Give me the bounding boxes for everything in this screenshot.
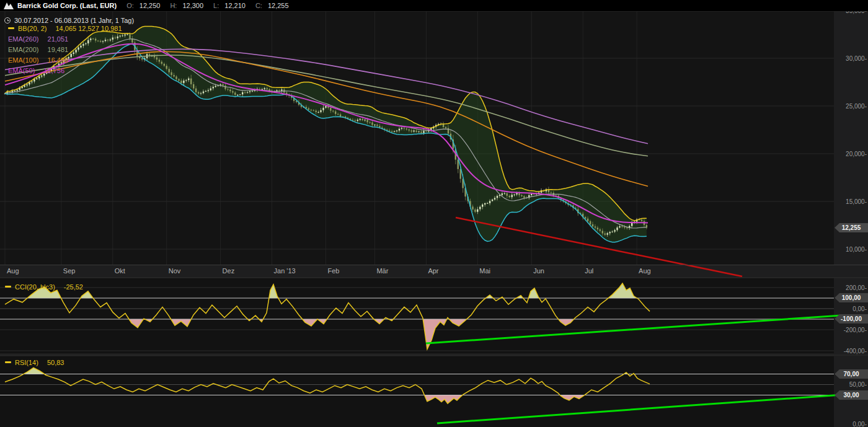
rsi-name: RSI(14): [15, 359, 38, 366]
x-tick-label: Aug: [7, 267, 19, 275]
x-tick-label: Mai: [479, 267, 490, 275]
rsi-dash-icon: [5, 361, 11, 363]
app-logo-icon: [4, 2, 14, 9]
open-value: 12,250: [140, 2, 161, 9]
y-tick-label: 15,000-: [846, 198, 867, 205]
cci-upper-badge: 100,00: [835, 293, 868, 302]
cci-y-tick-label: -400,00-: [844, 348, 867, 354]
cci-plot-bg[interactable]: [0, 278, 834, 353]
rsi-legend[interactable]: RSI(14) 50,83: [5, 357, 64, 368]
cci-y-tick-label: -200,00-: [844, 327, 867, 333]
y-tick-label: 30,000-: [846, 55, 867, 62]
x-tick-label: Feb: [327, 267, 339, 275]
legend-row-ema100[interactable]: EMA(100)16,498: [8, 55, 122, 65]
bb-label: BB(20, 2): [18, 25, 46, 32]
cci-dash-icon: [5, 286, 11, 288]
legend-row-ema50[interactable]: EMA(50)12,756: [8, 65, 122, 76]
y-tick-label: 20,000-: [846, 151, 867, 157]
rsi-upper-badge: 70,00: [835, 369, 868, 379]
rsi-lower-badge: 30,00: [835, 390, 868, 400]
chart-canvas[interactable]: AugSepOktNovDezJan '13FebMärAprMaiJunJul…: [0, 0, 868, 427]
rsi-plot-bg[interactable]: [0, 356, 834, 427]
clock-icon: [4, 17, 11, 24]
cci-y-tick-label: 0,00-: [852, 306, 867, 312]
x-tick-label: Jul: [585, 267, 593, 275]
low-value: 12,210: [224, 2, 246, 9]
high-label: H:: [170, 2, 177, 9]
ema260-values: 21,051: [48, 35, 69, 43]
x-tick-label: Okt: [115, 267, 125, 275]
ema200-label: EMA(200): [8, 46, 39, 53]
x-tick-label: Mär: [376, 267, 388, 275]
rsi-value: 50,83: [47, 359, 64, 366]
price-axis-badge: 12,255: [835, 223, 868, 232]
rsi-y-tick-label: 50,00-: [849, 381, 867, 388]
cci-y-tick-label: 200,00-: [846, 284, 867, 291]
rsi-y-tick-label: 0,00-: [852, 421, 867, 427]
x-tick-label: Nov: [169, 267, 181, 275]
y-tick-label: 10,000-: [846, 246, 867, 253]
x-tick-label: Aug: [639, 267, 651, 275]
x-tick-label: Apr: [428, 267, 438, 275]
low-label: L:: [213, 2, 219, 9]
x-tick-label: Jan '13: [274, 267, 296, 275]
chart-application: AugSepOktNovDezJan '13FebMärAprMaiJunJul…: [0, 0, 868, 427]
cci-legend[interactable]: CCI(20, hlc3) -25,52: [5, 281, 83, 292]
bb-dash-icon: [8, 27, 14, 29]
y-tick-label: 25,000-: [846, 103, 867, 110]
close-value: 12,255: [268, 2, 289, 9]
ema100-values: 16,498: [48, 56, 69, 64]
ema50-values: 12,756: [43, 67, 64, 74]
close-label: C:: [255, 2, 262, 9]
instrument-title: Barrick Gold Corp. (Last, EUR): [17, 2, 117, 9]
ema100-label: EMA(100): [8, 56, 39, 64]
x-tick-label: Jun: [533, 267, 544, 275]
bb-values: 14,065 12,527 10,981: [55, 25, 122, 32]
main-plot-bg[interactable]: [0, 11, 834, 265]
open-label: O:: [126, 2, 134, 9]
cci-value: -25,52: [64, 283, 83, 291]
ema200-values: 19,481: [48, 46, 69, 53]
high-value: 12,300: [182, 2, 203, 9]
header-bar: Barrick Gold Corp. (Last, EUR) O: 12,250…: [0, 0, 868, 11]
legend-row-ema260[interactable]: EMA(260)21,051: [8, 33, 122, 44]
cci-lower-badge: -100,00: [835, 314, 868, 324]
legend-row-bb[interactable]: BB(20, 2)14,065 12,527 10,981: [8, 23, 122, 33]
x-tick-label: Dez: [223, 267, 235, 275]
ema260-label: EMA(260): [8, 35, 39, 43]
indicator-legend: BB(20, 2)14,065 12,527 10,981EMA(260)21,…: [8, 23, 122, 76]
ema50-label: EMA(50): [8, 67, 35, 74]
cci-name: CCI(20, hlc3): [15, 283, 55, 291]
x-tick-label: Sep: [63, 267, 76, 275]
legend-row-ema200[interactable]: EMA(200)19,481: [8, 44, 122, 55]
